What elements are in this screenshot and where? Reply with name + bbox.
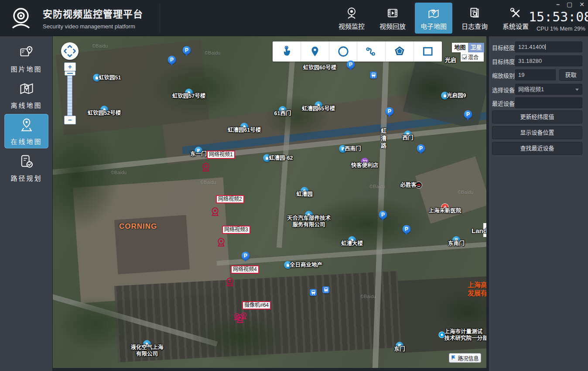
gate-poi[interactable]: 61西门 [279, 106, 287, 114]
zoom-out-button[interactable]: − [64, 116, 76, 124]
map-ground-text: 虹漕路 [379, 128, 387, 150]
zoom-level-input[interactable]: 19 [515, 69, 556, 80]
parking-poi[interactable]: P [347, 61, 355, 69]
webcam-icon [216, 241, 226, 249]
tab-video-playback[interactable]: 视频回放 [374, 3, 411, 34]
cart-poi[interactable]: 快客便利店 [361, 158, 369, 165]
map-type-satellite-button[interactable]: 卫星 [468, 43, 484, 52]
map-canvas[interactable]: ©Baidu©Baidu©Baidu©Baidu©Baidu©Baidu©Bai… [53, 36, 486, 368]
parking-poi[interactable]: P [183, 46, 191, 55]
camera-tag-label[interactable]: 网络视频4 [231, 265, 259, 274]
map-ground-text: 上海高发展有 [468, 281, 486, 298]
dot-poi[interactable]: 上海市计量测试技术研究院一分部 [439, 332, 445, 338]
camera-tag-label[interactable]: 网络视频1 [207, 151, 235, 159]
zoom-in-button[interactable]: + [64, 62, 76, 71]
gate-poi[interactable]: 西南门 [339, 145, 347, 153]
zoom-slider-track[interactable] [67, 76, 72, 116]
rectangle-draw-tool[interactable] [414, 41, 442, 62]
sidebar-item-label: 路径规划 [10, 173, 42, 182]
parking-poi[interactable]: P [168, 56, 176, 64]
tab-label: 日志查询 [462, 21, 488, 31]
poi-label: 必胜客 [400, 182, 417, 189]
building-poi[interactable]: 虹漕大楼 [348, 236, 356, 244]
show-device-location-button[interactable]: 显示设备位置 [492, 126, 582, 139]
maximize-button[interactable]: ▢ [567, 1, 572, 7]
tab-log-query[interactable]: 日志查询 [456, 3, 493, 34]
tab-label: 视频回放 [379, 21, 406, 31]
poi-label: 光启园9 [447, 93, 466, 99]
traffic-icon [451, 355, 456, 361]
map-pan-control[interactable] [61, 42, 79, 60]
bus-poi[interactable] [370, 72, 377, 79]
building-poi[interactable]: 虹钦园52号楼 [100, 106, 108, 113]
polyline-draw-tool[interactable] [357, 41, 386, 62]
hybrid-checkbox[interactable]: 混合 [461, 52, 484, 62]
sidebar-item-route-planning[interactable]: 路径规划 [4, 151, 48, 185]
get-button[interactable]: 获取 [559, 69, 582, 81]
camera-tag-label[interactable]: 网络视频3 [222, 226, 250, 234]
parking-icon: P [464, 110, 472, 119]
digital-clock: 15:53:08 [529, 9, 585, 24]
gate-poi[interactable]: 东一门 [195, 147, 202, 155]
map-ground-text: CORNING [119, 222, 157, 231]
camera-tag-label[interactable]: 摄像机#64 [242, 301, 271, 309]
camera-marker[interactable]: 网络视频3 [216, 237, 226, 249]
building-poi[interactable]: 全日商业地产 [284, 261, 292, 269]
tab-video-monitor[interactable]: 视频监控 [333, 3, 370, 34]
traffic-info-button[interactable]: 路况信息 [449, 353, 481, 363]
building-poi[interactable]: 虹钦园51 [93, 74, 101, 82]
hand-tool[interactable] [273, 41, 301, 62]
building-poi[interactable]: 天合汽车部件技术服务有限公司 [305, 211, 313, 219]
building-poi[interactable]: 液化空气上海有限公司 [143, 340, 151, 348]
parking-poi[interactable]: P [242, 252, 250, 260]
parking-poi[interactable]: P [379, 211, 387, 219]
update-latlng-button[interactable]: 更新经纬度值 [492, 110, 582, 124]
tab-electronic-map[interactable]: 电子地图 [415, 3, 452, 34]
map-type-map-button[interactable]: 地图 [452, 43, 468, 52]
video-monitor-icon [345, 6, 359, 20]
hybrid-label: 混合 [468, 53, 479, 61]
parking-poi[interactable]: P [386, 107, 394, 116]
parking-poi[interactable]: P [403, 225, 411, 234]
baidu-watermark: ©Baidu [111, 170, 126, 175]
map-type-switch: 地图 卫星 [452, 43, 484, 52]
circle-draw-tool[interactable] [329, 41, 358, 62]
pizza-poi[interactable]: 必胜客 [415, 182, 422, 189]
minimize-button[interactable]: – [556, 1, 560, 7]
poi-label: 虹漕园 [296, 191, 313, 198]
zoom-slider-handle[interactable] [65, 71, 75, 76]
device-select[interactable]: 网络视频1 [515, 84, 582, 95]
bus-poi[interactable] [310, 289, 317, 296]
marker-pin-tool[interactable] [301, 41, 329, 62]
latitude-input[interactable]: 31.18280 [515, 55, 582, 66]
parking-poi[interactable]: P [417, 144, 425, 153]
bus-poi[interactable] [322, 286, 329, 293]
sidebar-item-offline-map[interactable]: 离线地图 [4, 78, 48, 112]
camera-marker[interactable]: 网络视频4 [225, 277, 235, 289]
select-device-label: 选择设备 [492, 86, 515, 94]
camera-marker[interactable]: 网络视频1 [201, 162, 211, 174]
nearest-device-input[interactable] [515, 97, 582, 108]
gate-poi[interactable]: 东门 [396, 342, 403, 350]
longitude-input[interactable]: 121.41400 [515, 41, 582, 52]
building-poi[interactable]: 虹漕园65号楼 [315, 101, 322, 109]
parking-poi[interactable]: P [464, 110, 472, 119]
building-poi[interactable]: 虹漕园61号楼 [240, 123, 248, 131]
map-ground-text: 光启 [445, 55, 456, 64]
gate-poi[interactable]: 西门 [404, 131, 412, 138]
poi-label: 虹漕园61号楼 [228, 127, 261, 134]
sidebar-item-online-map[interactable]: 在线地图 [4, 114, 48, 148]
camera-tag-label[interactable]: 网络视频2 [216, 195, 244, 203]
close-button[interactable]: ✕ [579, 1, 585, 7]
building-poi[interactable]: 虹钦园57号楼 [185, 89, 193, 96]
sidebar-item-picture-map[interactable]: 图片地图 [4, 41, 48, 76]
parking-icon: P [379, 211, 387, 219]
find-nearest-device-button[interactable]: 查找最近设备 [492, 142, 582, 155]
polygon-draw-tool[interactable] [386, 41, 414, 62]
gate-poi[interactable]: 东南门 [452, 236, 460, 244]
building-poi[interactable]: 虹漕园-62 [263, 154, 271, 162]
hospital-poi[interactable]: 上海禾新医院 [441, 203, 449, 211]
camera-marker[interactable]: 网络视频2 [210, 206, 220, 219]
building-poi[interactable]: 虹漕园 [301, 187, 308, 195]
building-poi[interactable]: 光启园9 [441, 92, 449, 100]
